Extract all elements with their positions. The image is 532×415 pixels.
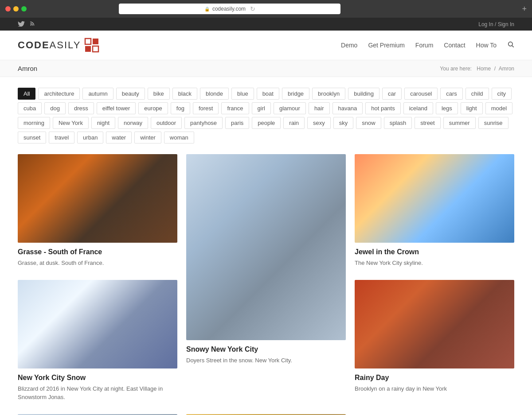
gallery-grid: Grasse - South of France Grasse, at dusk… xyxy=(18,154,514,415)
tag-filter[interactable]: sky xyxy=(333,117,354,129)
close-dot[interactable] xyxy=(5,6,11,12)
social-links xyxy=(18,20,35,28)
tag-filter[interactable]: travel xyxy=(49,132,74,144)
search-icon[interactable] xyxy=(507,41,514,50)
gallery-item: Snowy New York City Doyers Street in the… xyxy=(186,154,346,405)
tag-filter[interactable]: light xyxy=(461,102,483,114)
gallery-image[interactable] xyxy=(18,280,177,368)
gallery-image[interactable] xyxy=(355,280,514,368)
breadcrumb-current: Amron xyxy=(499,66,514,72)
gallery-image[interactable] xyxy=(186,154,346,340)
tag-filter[interactable]: bridge xyxy=(282,88,309,100)
tag-filter[interactable]: europe xyxy=(138,102,168,114)
gallery-item: New York City Snow Blizzard of 2016 in N… xyxy=(18,280,177,405)
tag-filter[interactable]: france xyxy=(221,102,249,114)
tag-filter[interactable]: snow xyxy=(356,117,381,129)
tag-filter[interactable]: hair xyxy=(309,102,330,114)
tag-filter[interactable]: autumn xyxy=(82,88,113,100)
tag-filter[interactable]: sunrise xyxy=(478,117,509,129)
gallery-image[interactable] xyxy=(355,154,514,243)
logo[interactable]: CODEASILY xyxy=(18,38,99,53)
main-content: Allarchitectureautumnbeautybikeblackblon… xyxy=(0,77,532,415)
tag-filter[interactable]: street xyxy=(415,117,441,129)
nav-premium[interactable]: Get Premium xyxy=(368,42,404,49)
minimize-dot[interactable] xyxy=(13,6,19,12)
tag-filter[interactable]: water xyxy=(106,132,132,144)
gallery-title: Snowy New York City xyxy=(186,345,346,353)
tag-filter[interactable]: sunset xyxy=(18,132,46,144)
tag-filter[interactable]: havana xyxy=(332,102,363,114)
tag-filter[interactable]: rain xyxy=(283,117,305,129)
twitter-icon[interactable] xyxy=(18,20,25,28)
gallery-image[interactable] xyxy=(18,154,177,243)
top-bar: Log In / Sign In xyxy=(0,18,532,31)
url-text: codeasily.com xyxy=(212,6,246,12)
tag-filter[interactable]: summer xyxy=(443,117,476,129)
nav-demo[interactable]: Demo xyxy=(341,42,357,49)
maximize-dot[interactable] xyxy=(21,6,27,12)
tag-filter[interactable]: New York xyxy=(53,117,89,129)
rss-icon[interactable] xyxy=(29,20,35,28)
tag-filter[interactable]: city xyxy=(492,88,512,100)
tag-filter[interactable]: morning xyxy=(18,117,50,129)
tag-filter[interactable]: iceland xyxy=(403,102,433,114)
tag-filter[interactable]: paris xyxy=(225,117,249,129)
gallery-title: Rainy Day xyxy=(355,374,514,382)
nav-contact[interactable]: Contact xyxy=(444,42,465,49)
browser-chrome: 🔒 codeasily.com ↻ + xyxy=(0,0,532,18)
tag-filter[interactable]: urban xyxy=(77,132,103,144)
breadcrumb-bar: Amron You are here: Home / Amron xyxy=(0,60,532,77)
tag-filter[interactable]: forest xyxy=(193,102,219,114)
tag-filter[interactable]: cars xyxy=(440,88,463,100)
tag-filter[interactable]: pantyhose xyxy=(184,117,223,129)
tag-filter[interactable]: building xyxy=(348,88,379,100)
tag-filter[interactable]: people xyxy=(252,117,281,129)
tag-filter[interactable]: model xyxy=(485,102,512,114)
gallery-desc: Doyers Street in the snow. New York City… xyxy=(186,356,346,365)
tag-filter[interactable]: cuba xyxy=(18,102,42,114)
breadcrumb-home[interactable]: Home xyxy=(477,66,491,72)
tag-filter[interactable]: boat xyxy=(257,88,279,100)
tag-filter[interactable]: architecture xyxy=(38,88,80,100)
tag-filter[interactable]: car xyxy=(382,88,402,100)
refresh-icon[interactable]: ↻ xyxy=(250,5,255,12)
tag-filter[interactable]: eiffel tower xyxy=(97,102,136,114)
tag-filter[interactable]: fog xyxy=(171,102,190,114)
tag-filter[interactable]: blue xyxy=(231,88,254,100)
gallery-item: Rainy Day Brooklyn on a rainy day in New… xyxy=(355,280,514,415)
login-link[interactable]: Log In / Sign In xyxy=(478,21,514,27)
tag-filter[interactable]: woman xyxy=(164,132,194,144)
tag-filter[interactable]: blonde xyxy=(200,88,229,100)
tag-filter[interactable]: carousel xyxy=(404,88,438,100)
tag-filter[interactable]: hot pants xyxy=(365,102,401,114)
tag-filter[interactable]: brooklyn xyxy=(312,88,345,100)
tag-filter[interactable]: beauty xyxy=(116,88,145,100)
gallery-item: Grasse - South of France Grasse, at dusk… xyxy=(18,154,177,271)
tag-filter[interactable]: legs xyxy=(436,102,458,114)
address-bar[interactable]: 🔒 codeasily.com ↻ xyxy=(119,4,340,14)
tag-filter[interactable]: norway xyxy=(118,117,148,129)
nav-howto[interactable]: How To xyxy=(476,42,497,49)
gallery-desc: Blizzard of 2016 in New York City at nig… xyxy=(18,384,177,402)
tag-filter[interactable]: All xyxy=(18,88,35,100)
gallery-title: Grasse - South of France xyxy=(18,248,177,256)
svg-rect-3 xyxy=(93,46,98,52)
new-tab-button[interactable]: + xyxy=(522,4,527,14)
tag-filter[interactable]: child xyxy=(466,88,489,100)
tag-filter[interactable]: dog xyxy=(44,102,66,114)
nav-forum[interactable]: Forum xyxy=(415,42,433,49)
svg-point-4 xyxy=(509,42,512,46)
tag-filter[interactable]: girl xyxy=(252,102,271,114)
tag-filter[interactable]: night xyxy=(91,117,115,129)
tag-filter[interactable]: sexy xyxy=(307,117,331,129)
tag-filter[interactable]: winter xyxy=(134,132,161,144)
tag-filter[interactable]: splash xyxy=(384,117,412,129)
tag-filter[interactable]: bike xyxy=(148,88,170,100)
tag-filter[interactable]: black xyxy=(172,88,197,100)
svg-rect-0 xyxy=(85,39,91,44)
gallery-title: New York City Snow xyxy=(18,374,177,382)
tag-filter[interactable]: glamour xyxy=(274,102,306,114)
svg-rect-2 xyxy=(85,46,91,52)
tag-filter[interactable]: dress xyxy=(68,102,94,114)
tag-filter[interactable]: outdoor xyxy=(151,117,182,129)
